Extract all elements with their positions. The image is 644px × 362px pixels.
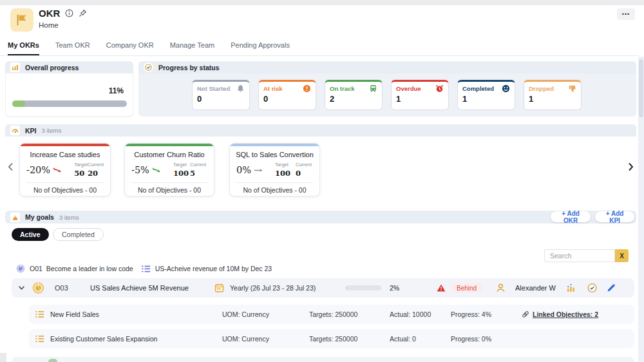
breadcrumb-key-result-title[interactable]: US-Acheive revenue of 10M by Dec 23: [155, 265, 272, 272]
objective-row[interactable]: O03 US Sales Achieve 5M Revenue Yearly (…: [12, 278, 634, 298]
status-badge: Behind: [451, 283, 482, 293]
breadcrumb-objective-title[interactable]: Become a leader in low code: [46, 265, 133, 272]
link-icon: [522, 310, 529, 318]
status-count: 2: [330, 94, 377, 104]
status-label: Completed: [462, 85, 494, 92]
kpi-card-title: SQL to Sales Convertion: [230, 151, 319, 158]
status-card-overdue[interactable]: Overdue 1: [391, 80, 449, 110]
alarm-clock-icon: [435, 84, 444, 93]
kpi-percent: -5%: [131, 165, 149, 175]
trend-down-icon: [53, 167, 62, 174]
kpi-card-sql-to-sales-convertion[interactable]: SQL to Sales Convertion 0% Target100 Cur…: [229, 143, 320, 196]
window-top-edge: [0, 0, 644, 5]
app-header: OKR Home •••: [5, 5, 639, 36]
tab-team-okr[interactable]: Team OKR: [55, 36, 90, 55]
okr-page: OKR Home ••• My OKRs Team OKR Company OK…: [0, 0, 644, 362]
add-kpi-button[interactable]: + Add KPI: [595, 211, 634, 222]
clock-check-icon: [144, 62, 153, 72]
target-label: Target: [173, 162, 189, 167]
key-result-actual: Actual: 10000: [390, 310, 431, 318]
current-label: Current: [296, 162, 312, 167]
key-result-uom: UOM: Currency: [222, 335, 269, 343]
next-objective-row-partial: [12, 357, 634, 362]
chevron-left-icon[interactable]: [8, 162, 15, 171]
bus-icon: [369, 84, 377, 93]
tab-my-okrs[interactable]: My OKRs: [8, 36, 39, 55]
tab-pending-approvals[interactable]: Pending Approvals: [231, 36, 290, 55]
filter-completed[interactable]: Completed: [53, 228, 104, 241]
filter-active[interactable]: Active: [12, 228, 49, 241]
target-value: 100: [275, 169, 290, 178]
info-icon[interactable]: [65, 9, 73, 17]
page-title: OKR: [39, 8, 60, 19]
gauge-icon: [10, 126, 20, 135]
target-label: Target: [275, 162, 290, 167]
tab-company-okr[interactable]: Company OKR: [106, 36, 154, 55]
add-okr-button[interactable]: + Add OKR: [551, 211, 591, 222]
overall-progress-header: Overall progress: [5, 61, 133, 73]
current-value: 5: [190, 169, 195, 178]
kpi-card-increase-case-studies[interactable]: Increase Case studies -20% Target50 Curr…: [19, 143, 111, 196]
key-result-actual: Actual: 0: [390, 335, 416, 343]
status-card-dropped[interactable]: Dropped 1: [524, 80, 582, 110]
objective-target-icon: [32, 282, 44, 294]
linked-objectives-link[interactable]: Linked Objectives: 2: [522, 310, 598, 318]
objective-title[interactable]: US Sales Achieve 5M Revenue: [90, 284, 189, 292]
status-card-on-track[interactable]: On track 2: [325, 80, 383, 110]
calendar-icon: [214, 283, 224, 293]
key-result-list-icon: [35, 335, 44, 343]
search-clear-button[interactable]: X: [615, 249, 629, 262]
key-result-row[interactable]: New Field Sales UOM: Currency Targets: 2…: [29, 305, 634, 324]
key-result-title[interactable]: Existing Customer Sales Expansion: [50, 335, 157, 343]
chart-icon[interactable]: [567, 283, 576, 292]
scrollbar[interactable]: [638, 57, 644, 362]
kpi-card-title: Customer Churn Ratio: [125, 151, 214, 158]
kpi-title: KPI: [25, 127, 37, 135]
current-value: 0: [296, 169, 301, 178]
status-card-at-risk[interactable]: At risk 0: [258, 80, 316, 110]
my-goals-items-count: 3 items: [59, 214, 79, 221]
kpi-objectives-count: No of Objectives - 00: [125, 186, 214, 194]
breadcrumb-objective-id[interactable]: O01: [30, 265, 43, 272]
key-result-title[interactable]: New Field Sales: [50, 310, 99, 318]
status-card-not-started[interactable]: Not Started 0: [192, 80, 250, 110]
more-options-button[interactable]: •••: [617, 8, 635, 20]
key-result-progress: Progress: 4%: [451, 310, 491, 318]
objective-progress-fill: [346, 285, 346, 291]
chevron-right-icon[interactable]: [628, 162, 636, 171]
progress-by-status-title: Progress by status: [158, 64, 220, 71]
status-label: At risk: [263, 85, 283, 92]
target-value: 50: [74, 169, 84, 178]
kpi-percent: -20%: [26, 165, 50, 175]
chevron-down-icon[interactable]: [18, 285, 25, 291]
edit-pen-icon[interactable]: [607, 283, 616, 292]
tab-manage-team[interactable]: Manage Team: [170, 36, 215, 55]
status-count: 1: [462, 94, 510, 104]
kpi-card-customer-churn-ratio[interactable]: Customer Churn Ratio -5% Target100 Curre…: [124, 143, 214, 196]
key-result-row[interactable]: Existing Customer Sales Expansion UOM: C…: [29, 329, 634, 348]
scrollbar-thumb[interactable]: [639, 59, 643, 117]
overall-progress-panel: Overall progress 11%: [5, 61, 133, 117]
trend-down-icon: [152, 167, 162, 174]
status-card-completed[interactable]: Completed 1: [457, 80, 515, 110]
kpi-items-count: 3 items: [42, 127, 62, 134]
key-result-progress: Progress: 0%: [451, 335, 491, 343]
alert-circle-icon: [303, 84, 311, 93]
status-count: 0: [197, 94, 245, 104]
search-input[interactable]: [544, 249, 615, 262]
owner-name: Alexander W: [515, 284, 556, 292]
kpi-objectives-count: No of Objectives - 00: [230, 186, 319, 194]
warning-triangle-icon: [437, 284, 446, 292]
status-label: On track: [330, 85, 355, 92]
status-count: 0: [263, 94, 311, 104]
objective-cadence: Yearly (26 Jul 23 - 28 Jul 23): [230, 284, 316, 292]
objective-target-icon: [48, 359, 57, 362]
kpi-header: KPI 3 items: [5, 124, 636, 137]
pin-icon[interactable]: [79, 9, 87, 17]
check-circle-icon[interactable]: [587, 283, 597, 293]
key-result-uom: UOM: Currency: [222, 310, 269, 318]
tab-bar: My OKRs Team OKR Company OKR Manage Team…: [0, 36, 639, 56]
breadcrumb: O01 Become a leader in low code US-Achei…: [16, 264, 272, 273]
current-label: Current: [88, 162, 104, 167]
overall-progress-title: Overall progress: [25, 64, 79, 71]
